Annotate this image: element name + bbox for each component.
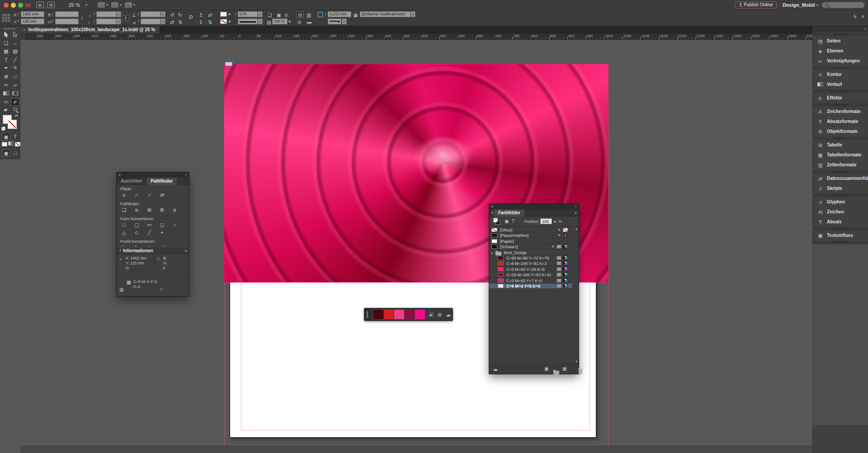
- apply-none-button[interactable]: [15, 142, 20, 146]
- panel-header[interactable]: × «: [117, 172, 189, 178]
- scale-y-dropdown[interactable]: ▼: [116, 19, 121, 24]
- swatch-row[interactable]: [Papier]: [489, 239, 572, 244]
- opacity-flyout-icon[interactable]: ▶: [289, 20, 291, 23]
- flip-vertical-icon[interactable]: ⇅: [178, 20, 182, 25]
- dock-group-separator[interactable]: [813, 170, 868, 174]
- rotation-field[interactable]: [141, 11, 160, 17]
- dock-item-kontur[interactable]: ≡Kontur: [813, 70, 868, 80]
- theme-swatch[interactable]: [384, 310, 394, 319]
- zoom-level-value[interactable]: 25 %: [69, 2, 80, 8]
- view-options-dropdown-icon[interactable]: ▼: [106, 4, 108, 6]
- swatch-row[interactable]: [Ohne]✕: [489, 227, 572, 233]
- dock-group-separator[interactable]: [813, 33, 868, 36]
- dock-item-zeichen[interactable]: A|Zeichen: [813, 207, 868, 217]
- wrap-around-icon[interactable]: ▥: [307, 13, 311, 18]
- select-content-icon[interactable]: ↧: [199, 20, 203, 25]
- stroke-indicator-icon[interactable]: □: [160, 288, 163, 292]
- window-zoom-button[interactable]: [18, 3, 23, 8]
- free-transform-tool[interactable]: ▱: [11, 81, 19, 89]
- dock-group-separator[interactable]: [813, 90, 868, 93]
- dock-group-separator[interactable]: [813, 227, 868, 231]
- delete-swatch-icon[interactable]: [579, 370, 582, 374]
- bridge-button[interactable]: Br: [36, 2, 44, 8]
- gradient-feather-tool[interactable]: [11, 90, 19, 97]
- dock-group-separator[interactable]: [813, 66, 868, 70]
- flip-horizontal-icon[interactable]: ⇄: [170, 20, 174, 25]
- theme-swatch[interactable]: [394, 310, 404, 319]
- zoom-level-dropdown-icon[interactable]: ▼: [85, 4, 88, 6]
- gradient-swatch-tool[interactable]: [2, 90, 10, 97]
- hand-tool[interactable]: ☛: [2, 106, 10, 114]
- new-color-group-icon[interactable]: [553, 371, 559, 374]
- theme-swatch[interactable]: [373, 310, 383, 319]
- wrap-option-a-icon[interactable]: ◎: [297, 20, 302, 24]
- reference-point-proxy[interactable]: [2, 14, 10, 22]
- stroke-weight-field[interactable]: 0 Pt: [238, 11, 258, 17]
- dock-item-absatzformate[interactable]: ¶Absatzformate: [813, 117, 868, 127]
- publish-online-button[interactable]: ↥ Publish Online: [735, 1, 777, 9]
- object-style-dropdown[interactable]: ▼: [410, 11, 415, 17]
- apply-color-button[interactable]: [2, 142, 7, 146]
- pen-tool[interactable]: ✒: [2, 64, 10, 72]
- theme-flyout-button[interactable]: ▶: [428, 311, 435, 318]
- object-style-field[interactable]: [Einfacher Grafikrahmen]+: [360, 11, 410, 17]
- swatch-row[interactable]: C=28 M=100 Y=53 K=31: [489, 272, 572, 278]
- color-theme-bar[interactable]: ▶ ⊞ ☁: [364, 308, 453, 321]
- cc-libraries-cloud-icon[interactable]: ☁: [493, 367, 498, 372]
- select-next-object-icon[interactable]: ⇅: [208, 20, 212, 25]
- zoom-tool[interactable]: [11, 106, 19, 114]
- dock-item-absatz[interactable]: ¶Absatz: [813, 217, 868, 227]
- subtract-icon[interactable]: ⧅: [133, 207, 141, 213]
- dock-item-datenzusammenfhr[interactable]: ⇄Datenzusammenführ…: [813, 174, 868, 184]
- tab-ausrichten[interactable]: Ausrichten: [117, 178, 146, 185]
- swatch-row[interactable]: C=0 M=93 Y=7 K=0: [489, 278, 572, 283]
- selection-tool[interactable]: [2, 31, 10, 38]
- width-field[interactable]: [55, 11, 79, 17]
- height-field[interactable]: [55, 19, 79, 24]
- stroke-weight-stepper[interactable]: ▴▾: [234, 12, 237, 16]
- line-tool[interactable]: ╱: [11, 56, 19, 64]
- arrange-documents-dropdown-icon[interactable]: ▼: [133, 4, 136, 6]
- wrap-option-b-icon[interactable]: ▬: [307, 20, 311, 24]
- drop-shadow-icon[interactable]: ▣: [277, 13, 281, 18]
- screen-mode-icon[interactable]: [111, 2, 118, 8]
- swatch-row[interactable]: [Passermarken]✕⊕: [489, 233, 572, 238]
- view-options-icon[interactable]: [98, 2, 105, 8]
- convert-ellipse-icon[interactable]: ○: [171, 222, 179, 228]
- rotation-stepper[interactable]: ▴▾: [137, 12, 140, 16]
- panel-menu-icon[interactable]: ≡: [185, 249, 187, 253]
- screen-mode-dropdown-icon[interactable]: ▼: [119, 4, 122, 6]
- convert-rounded-rectangle-icon[interactable]: ▢: [133, 222, 141, 228]
- shear-dropdown[interactable]: ▼: [160, 19, 165, 24]
- corner-shape-dropdown[interactable]: ▼: [342, 19, 347, 24]
- close-path-icon[interactable]: ○: [146, 192, 153, 198]
- rectangle-frame-tool[interactable]: ⊠: [2, 73, 10, 80]
- formatting-affects-text-icon[interactable]: T: [512, 219, 514, 224]
- corner-radius-proxy-icon[interactable]: [318, 12, 323, 17]
- opacity-field[interactable]: 100 %: [272, 19, 288, 24]
- swatch-row[interactable]: C=0 M=93 Y=29 K=0: [489, 267, 572, 272]
- normal-view-mode-button[interactable]: ▣: [2, 149, 10, 157]
- pencil-tool[interactable]: ✎: [11, 64, 19, 72]
- theme-swatch[interactable]: [405, 310, 415, 319]
- convert-beveled-rectangle-icon[interactable]: ▭: [146, 222, 153, 228]
- dock-item-zeichenformate[interactable]: AZeichenformate: [813, 107, 868, 117]
- direct-selection-tool[interactable]: [11, 31, 19, 38]
- search-input[interactable]: [822, 2, 865, 8]
- theme-source-zone[interactable]: [365, 309, 372, 320]
- workspace-switcher[interactable]: Design_Mobil: [783, 2, 815, 8]
- select-previous-object-icon[interactable]: ⇄: [208, 13, 212, 18]
- swatch-group-row[interactable]: ▼Bunt_Design: [489, 250, 572, 255]
- intersect-icon[interactable]: ⊞: [146, 207, 153, 213]
- effects-menu-icon[interactable]: fx.: [285, 13, 289, 18]
- dock-item-glyphen[interactable]: AGlyphen: [813, 197, 868, 207]
- panel-collapse-icon[interactable]: ⇕: [119, 249, 122, 252]
- page-tool[interactable]: ❏: [2, 39, 10, 47]
- scale-x-field[interactable]: [96, 11, 116, 17]
- dock-item-seiten[interactable]: ▤Seiten: [813, 36, 868, 46]
- fill-indicator-icon[interactable]: ▨: [119, 288, 123, 292]
- y-stepper[interactable]: ▴▾: [17, 19, 20, 23]
- close-icon[interactable]: ×: [491, 204, 493, 209]
- corner-options-icon[interactable]: ❏: [268, 13, 272, 18]
- ruler-origin-box[interactable]: [20, 33, 26, 40]
